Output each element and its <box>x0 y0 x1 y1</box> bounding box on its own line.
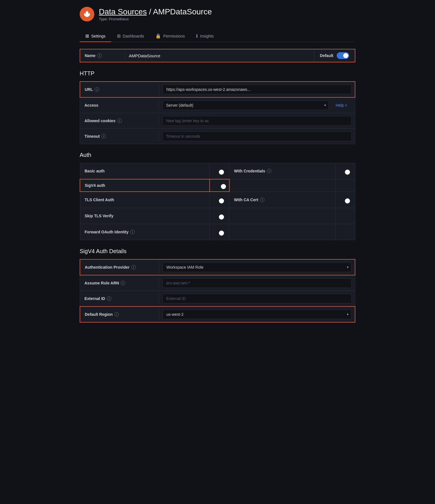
name-input[interactable] <box>129 53 311 58</box>
name-field-label: Name <box>85 53 95 58</box>
with-ca-cert-label: With CA Cert <box>234 198 258 202</box>
basic-auth-label-cell: Basic auth <box>80 165 137 177</box>
auth-provider-row: Authentication Provider i Workspace IAM … <box>80 259 355 275</box>
allowed-cookies-row: Allowed cookies i <box>80 113 355 129</box>
auth-provider-select-wrapper: Workspace IAM Role Access & secret key C… <box>163 262 351 272</box>
insights-tab-label: Insights <box>200 34 214 38</box>
with-credentials-label-cell: With Credentials i <box>229 165 335 177</box>
tab-dashboards[interactable]: ⊞ Dashboards <box>111 30 150 42</box>
with-credentials-info-icon[interactable]: i <box>267 169 271 173</box>
default-toggle-slider <box>337 52 349 59</box>
auth-provider-value-cell: Workspace IAM Role Access & secret key C… <box>159 260 355 275</box>
access-label: Access <box>84 103 98 108</box>
permissions-tab-label: Permissions <box>163 34 185 38</box>
allowed-cookies-label-cell: Allowed cookies i <box>80 115 159 126</box>
default-toggle[interactable] <box>337 52 349 59</box>
auth-row-skip-tls: Skip TLS Verify <box>80 208 355 224</box>
allowed-cookies-input[interactable] <box>162 116 352 126</box>
insights-tab-icon: ℹ <box>196 33 198 39</box>
auth-row-tls: TLS Client Auth With CA Cert i <box>80 192 355 208</box>
dashboards-tab-icon: ⊞ <box>117 33 121 39</box>
skip-tls-label: Skip TLS Verify <box>85 214 114 218</box>
settings-tab-label: Settings <box>91 34 106 38</box>
external-id-info-icon[interactable]: i <box>107 296 111 301</box>
assume-role-row: Assume Role ARN i <box>80 275 355 291</box>
data-sources-link[interactable]: Data Sources <box>99 7 147 16</box>
auth-provider-label-cell: Authentication Provider i <box>80 262 159 273</box>
timeout-input[interactable] <box>162 132 352 141</box>
access-select[interactable]: Server (default) Browser <box>162 100 329 110</box>
sigv4-label-cell: SigV4 auth <box>80 179 137 191</box>
forward-oauth-toggle-cell <box>214 227 225 237</box>
settings-tab-icon: ⊞ <box>85 33 89 39</box>
timeout-info-icon[interactable]: i <box>101 134 106 139</box>
tab-insights[interactable]: ℹ Insights <box>190 30 219 42</box>
external-id-input[interactable] <box>162 294 352 303</box>
tab-permissions[interactable]: 🔒 Permissions <box>150 30 190 42</box>
timeout-value-cell <box>159 129 355 144</box>
allowed-cookies-label: Allowed cookies <box>84 119 116 123</box>
external-id-value-cell <box>159 291 355 306</box>
assume-role-value-cell <box>159 275 355 291</box>
default-cell: Default <box>314 49 355 62</box>
basic-auth-label: Basic auth <box>85 169 105 173</box>
forward-oauth-info-icon[interactable]: i <box>130 230 135 234</box>
auth-provider-select[interactable]: Workspace IAM Role Access & secret key C… <box>163 262 351 272</box>
with-credentials-toggle-cell <box>340 166 351 176</box>
name-row: Name i Default <box>80 49 355 62</box>
dashboards-tab-label: Dashboards <box>123 34 144 38</box>
access-label-cell: Access <box>80 100 159 111</box>
tls-client-label-cell: TLS Client Auth <box>80 194 137 206</box>
page-header: Data Sources / AMPDataSource Type: Prome… <box>80 7 355 21</box>
default-region-select-wrapper: us-west-2 us-east-1 eu-west-1 <box>163 310 351 319</box>
external-id-label-cell: External ID i <box>80 293 159 304</box>
permissions-tab-icon: 🔒 <box>155 33 161 39</box>
default-region-select[interactable]: us-west-2 us-east-1 eu-west-1 <box>163 310 351 319</box>
access-select-wrapper: Server (default) Browser <box>162 100 329 110</box>
forward-oauth-label-cell: Forward OAuth Identity i <box>80 226 137 238</box>
name-input-cell <box>125 51 314 61</box>
current-page-title: AMPDataSource <box>153 7 212 16</box>
url-value-cell <box>159 82 355 97</box>
flame-icon <box>83 10 91 18</box>
access-value-cell: Server (default) Browser Help > <box>159 98 355 113</box>
breadcrumb: Data Sources / AMPDataSource <box>99 7 212 16</box>
sigv4-toggle-cell <box>210 180 229 190</box>
auth-table: Basic auth With Credentials i <box>80 163 355 240</box>
auth-section-title: Auth <box>80 152 355 158</box>
url-info-icon[interactable]: i <box>95 87 99 92</box>
auth-provider-label: Authentication Provider <box>85 265 130 269</box>
timeout-label-cell: Timeout i <box>80 131 159 142</box>
auth-row-forward-oauth: Forward OAuth Identity i <box>80 224 355 240</box>
url-row: URL i <box>80 81 355 98</box>
assume-role-input[interactable] <box>162 278 352 288</box>
allowed-cookies-value-cell <box>159 113 355 128</box>
auth-row-1: Basic auth With Credentials i <box>80 163 355 179</box>
sigv4-label: SigV4 auth <box>85 183 105 188</box>
with-ca-cert-info-icon[interactable]: i <box>260 198 264 202</box>
external-id-row: External ID i <box>80 291 355 306</box>
with-credentials-label: With Credentials <box>234 169 265 173</box>
skip-tls-label-cell: Skip TLS Verify <box>80 210 137 222</box>
help-link[interactable]: Help > <box>331 103 352 108</box>
with-ca-cert-label-cell: With CA Cert i <box>229 194 335 206</box>
external-id-label: External ID <box>84 296 105 301</box>
tab-settings[interactable]: ⊞ Settings <box>80 30 111 42</box>
allowed-cookies-info-icon[interactable]: i <box>117 119 122 123</box>
breadcrumb-separator: / <box>149 7 153 16</box>
default-region-value-cell: us-west-2 us-east-1 eu-west-1 <box>159 307 355 322</box>
tab-bar: ⊞ Settings ⊞ Dashboards 🔒 Permissions ℹ … <box>80 30 355 42</box>
url-input[interactable] <box>163 85 351 94</box>
name-info-icon[interactable]: i <box>97 53 102 58</box>
page-subtitle: Type: Prometheus <box>99 17 212 21</box>
basic-auth-toggle-cell <box>214 166 225 176</box>
assume-role-info-icon[interactable]: i <box>121 281 125 285</box>
auth-provider-info-icon[interactable]: i <box>131 265 136 269</box>
auth-row-sigv4: SigV4 auth <box>80 179 355 192</box>
tls-client-toggle-cell <box>214 195 225 205</box>
forward-oauth-label: Forward OAuth Identity <box>85 230 129 234</box>
default-region-info-icon[interactable]: i <box>114 312 119 317</box>
skip-tls-toggle-cell <box>214 211 225 221</box>
with-ca-cert-toggle-cell <box>340 195 351 205</box>
access-row: Access Server (default) Browser Help > <box>80 97 355 113</box>
